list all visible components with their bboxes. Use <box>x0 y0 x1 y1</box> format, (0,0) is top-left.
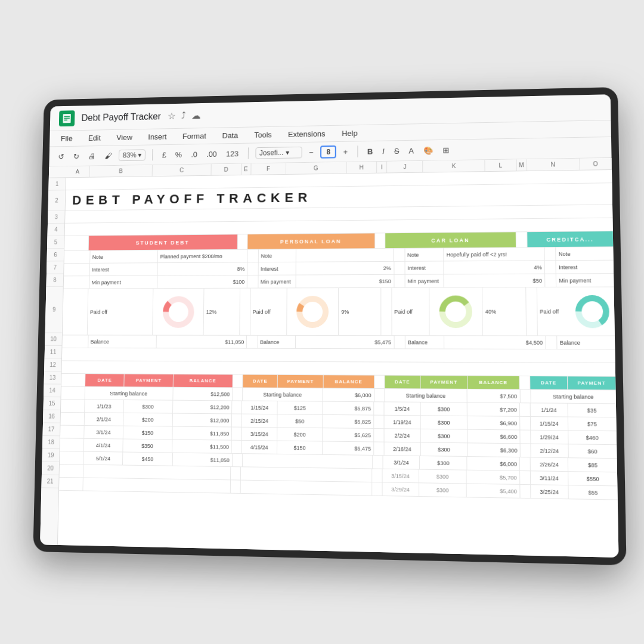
row-12: 12 <box>44 358 61 371</box>
zoom-dropdown-icon[interactable]: ▾ <box>138 151 142 159</box>
row-21: 21 <box>41 475 58 488</box>
student-debt-label: STUDENT DEBT <box>136 239 190 245</box>
cr-pay-4: $60 <box>568 444 617 458</box>
italic-button[interactable]: I <box>380 145 387 157</box>
row-1: 1 <box>48 178 66 190</box>
cr-date-5: 2/26/24 <box>531 457 569 471</box>
toolbar-divider-2 <box>248 147 249 159</box>
sheet-body: 1 2 3 4 5 6 7 8 9 10 11 12 13 14 15 16 1 <box>40 170 618 558</box>
cr-pay-6: $550 <box>568 472 617 485</box>
borders-button[interactable]: ⊞ <box>440 144 451 156</box>
bold-button[interactable]: B <box>365 145 375 157</box>
personal-loan-header: PERSONAL LOAN <box>247 233 375 249</box>
p-pay-3: $200 <box>277 428 323 441</box>
device: Debt Payoff Tracker ☆ ⤴ ☁ File Edit View… <box>33 87 626 565</box>
minpayment-row: Min payment $100 Min payment $150 Min pa… <box>64 274 614 289</box>
c-bal-5: $6,000 <box>467 457 521 470</box>
col-header-m: M <box>516 159 527 171</box>
student-debt-header: STUDENT DEBT <box>89 234 237 250</box>
student-paidoff-label: Paid off <box>87 289 153 335</box>
menu-tools[interactable]: Tools <box>252 129 274 141</box>
s-bal-1: $12,200 <box>173 401 233 414</box>
credit-donut <box>570 287 615 336</box>
percent-button[interactable]: % <box>173 149 184 160</box>
p-pay-4: $150 <box>277 441 323 454</box>
row-5: 5 <box>47 236 64 249</box>
c-bal-7: $5,400 <box>467 484 521 498</box>
spacer-e <box>237 234 247 249</box>
print-button[interactable]: 🖨 <box>86 150 98 161</box>
col-header-j: J <box>387 161 423 173</box>
car-note-label: Note <box>405 248 444 261</box>
cr-date-4: 2/12/24 <box>531 444 568 458</box>
font-selector[interactable]: Josefi... ▾ <box>255 147 302 159</box>
menu-view[interactable]: View <box>114 132 134 143</box>
col-header-k: K <box>423 160 485 172</box>
s-pay-2: $200 <box>123 413 173 426</box>
car-loan-label: CAR LOAN <box>431 237 470 244</box>
redo-button[interactable]: ↻ <box>71 151 82 162</box>
c-date-5: 3/1/24 <box>383 456 420 469</box>
title-icons: ☆ ⤴ ☁ <box>168 110 201 122</box>
cr-date-7: 3/25/24 <box>531 485 569 499</box>
p-pay-1: $125 <box>277 401 323 414</box>
font-size-display[interactable]: 8 <box>320 145 336 159</box>
row-2: 2 <box>48 190 65 211</box>
balance-row: Balance $11,050 Balance $5,475 Balance $… <box>62 335 615 349</box>
folder-icon[interactable]: ⤴ <box>181 110 186 121</box>
cr-date-3: 1/29/24 <box>531 431 568 444</box>
font-size-decrease[interactable]: − <box>306 147 315 158</box>
svg-point-9 <box>304 304 321 320</box>
currency-button[interactable]: £ <box>160 149 169 160</box>
menu-help[interactable]: Help <box>339 128 360 139</box>
row-20: 20 <box>42 462 59 475</box>
menu-edit[interactable]: Edit <box>86 132 103 144</box>
spacer-m <box>516 232 527 247</box>
undo-button[interactable]: ↺ <box>56 151 67 162</box>
p-date-4: 4/15/24 <box>242 441 277 454</box>
format-123-button[interactable]: 123 <box>224 148 241 159</box>
decrease-decimal-button[interactable]: .0 <box>188 148 199 160</box>
s-date-3: 3/1/24 <box>84 426 123 439</box>
col-header-o: O <box>580 158 612 170</box>
personal-balance-value: $5,475 <box>296 336 394 348</box>
text-color-button[interactable]: A <box>406 145 416 156</box>
personal-interest-label: Interest <box>258 262 296 275</box>
fill-color-button[interactable]: 🎨 <box>421 144 435 156</box>
menu-format[interactable]: Format <box>180 131 208 142</box>
credit-card-header: CREDITCA... <box>527 231 613 247</box>
zoom-control[interactable]: 83% ▾ <box>119 149 145 161</box>
card-spacer-a <box>64 236 89 250</box>
car-balance-value: $4,500 <box>444 336 546 349</box>
cr-pay-7: $55 <box>568 485 617 499</box>
car-th-payment: PAYMENT <box>421 376 467 389</box>
c-date-4: 2/16/24 <box>385 442 421 456</box>
row-16: 16 <box>43 410 60 423</box>
increase-decimal-button[interactable]: .00 <box>204 148 219 160</box>
menu-insert[interactable]: Insert <box>145 131 169 143</box>
menu-data[interactable]: Data <box>220 130 240 141</box>
sheet-content[interactable]: DEBT PAYOFF TRACKER STUDENT DEBT <box>58 170 619 558</box>
student-note-label: Note <box>90 250 158 263</box>
s-pay-3: $150 <box>123 426 173 439</box>
personal-loan-label: PERSONAL LOAN <box>280 238 342 244</box>
toolbar-divider-3 <box>357 145 358 157</box>
credit-note-label: Note <box>556 247 613 260</box>
svg-rect-3 <box>64 119 67 120</box>
paint-format-button[interactable]: 🖌 <box>103 150 114 161</box>
font-size-increase[interactable]: + <box>341 146 350 157</box>
row-11: 11 <box>45 346 62 359</box>
menu-file[interactable]: File <box>58 133 75 144</box>
car-min-value: $50 <box>444 274 545 287</box>
car-paidoff-label: Paid off <box>392 288 429 336</box>
font-size-value: 8 <box>326 148 330 156</box>
strikethrough-button[interactable]: S <box>392 145 402 156</box>
menu-extensions[interactable]: Extensions <box>286 128 327 140</box>
col-header-b: B <box>89 165 153 177</box>
car-donut <box>429 287 483 335</box>
c-pay-6: $300 <box>419 470 467 484</box>
car-th-balance: BALANCE <box>467 376 520 389</box>
star-icon[interactable]: ☆ <box>168 110 176 121</box>
col-header-c: C <box>153 164 212 176</box>
cloud-icon[interactable]: ☁ <box>191 110 201 121</box>
